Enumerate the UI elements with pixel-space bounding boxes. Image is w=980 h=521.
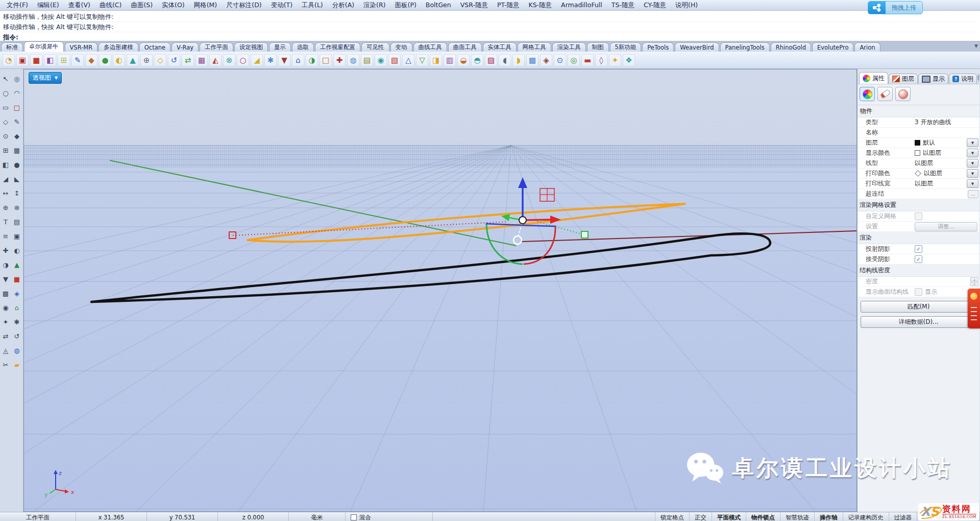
command-prompt[interactable]: 指令:: [3, 32, 977, 42]
tab-选取[interactable]: 选取: [292, 42, 314, 52]
property-value[interactable]: ...: [915, 189, 979, 199]
menu-item[interactable]: 网格(M): [189, 1, 222, 10]
sidebar-tool-icon[interactable]: ⊗: [11, 200, 22, 215]
tab-制图[interactable]: 制图: [587, 42, 609, 52]
toolbar-icon[interactable]: ●: [99, 54, 111, 66]
tab-显示[interactable]: 显示: [269, 42, 291, 52]
object-properties-button[interactable]: [860, 87, 875, 101]
menu-item[interactable]: 实体(O): [157, 1, 189, 10]
checkbox[interactable]: [915, 288, 922, 296]
sidebar-tool-icon[interactable]: ◎: [11, 72, 22, 86]
tab-VSR-MR[interactable]: VSR-MR: [65, 42, 98, 52]
spinner-up-icon[interactable]: ▲: [970, 277, 978, 281]
toolbar-icon[interactable]: ⊗: [223, 54, 235, 66]
toolbar-icon[interactable]: ✱: [264, 54, 277, 66]
menu-item[interactable]: 尺寸标注(D): [222, 1, 266, 10]
sidebar-tool-icon[interactable]: ▦: [11, 143, 22, 157]
browse-button[interactable]: ...: [968, 190, 978, 198]
toolbar-icon[interactable]: ▣: [16, 54, 29, 66]
details-button[interactable]: 详细数据(D)...: [861, 316, 976, 328]
toolbar-icon[interactable]: ▥: [444, 54, 456, 66]
sidebar-tool-icon[interactable]: ◆: [11, 129, 22, 143]
toolbar-icon[interactable]: ◨: [430, 54, 442, 66]
sidebar-tool-icon[interactable]: ◣: [11, 172, 22, 186]
viewport-title-button[interactable]: 透视图 ▼: [29, 72, 62, 84]
tab-Arion[interactable]: Arion: [854, 42, 880, 52]
tab-Octane[interactable]: Octane: [139, 42, 170, 52]
spinner-control[interactable]: ▲▼: [970, 277, 978, 286]
toolbar-icon[interactable]: ◉: [375, 54, 387, 66]
sidebar-tool-icon[interactable]: ⊞: [0, 143, 11, 157]
tab-设定视图[interactable]: 设定视图: [234, 42, 268, 52]
sidebar-tool-icon[interactable]: ↖: [0, 72, 11, 86]
property-value[interactable]: 以图层▼: [915, 148, 979, 158]
status-过滤器[interactable]: 过滤器: [889, 512, 918, 521]
menu-item[interactable]: 面板(P): [390, 1, 421, 10]
toolbar-icon[interactable]: ▧: [388, 54, 401, 66]
toolbar-icon[interactable]: ▦: [195, 54, 208, 66]
sidebar-tool-icon[interactable]: ◐: [11, 243, 22, 257]
perspective-viewport[interactable]: zyx 透视图 ▼: [23, 69, 857, 512]
tab-渲染工具[interactable]: 渲染工具: [552, 42, 586, 52]
property-value[interactable]: 默认▼: [915, 138, 979, 148]
status-智慧轨迹[interactable]: 智慧轨迹: [780, 512, 815, 521]
sidebar-tool-icon[interactable]: □: [11, 100, 22, 114]
match-button[interactable]: 匹配(M): [861, 301, 976, 313]
sidebar-tool-icon[interactable]: ◑: [0, 257, 11, 272]
checkbox[interactable]: [915, 212, 922, 220]
status-工作平面[interactable]: 工作平面: [0, 512, 76, 521]
sidebar-tool-icon[interactable]: ⇄: [0, 329, 11, 343]
menu-item[interactable]: VSR-随意: [456, 1, 493, 10]
toolbar-icon[interactable]: ◓: [471, 54, 483, 66]
tab-工作平面[interactable]: 工作平面: [200, 42, 233, 52]
tab-曲线工具[interactable]: 曲线工具: [413, 42, 447, 52]
toolbar-icon[interactable]: ◍: [347, 54, 359, 66]
menu-item[interactable]: 分析(A): [328, 1, 359, 10]
sidebar-tool-icon[interactable]: ◇: [0, 114, 11, 129]
toolbar-icon[interactable]: ✎: [71, 54, 84, 66]
sidebar-tool-icon[interactable]: ○: [0, 86, 11, 100]
tab-多边形建模[interactable]: 多边形建模: [99, 42, 138, 52]
menu-item[interactable]: 查看(V): [64, 1, 95, 10]
toolbar-icon[interactable]: △: [402, 54, 414, 66]
toolbar-icon[interactable]: ↺: [168, 54, 180, 66]
menu-item[interactable]: 说明(H): [671, 1, 702, 10]
sidebar-tool-icon[interactable]: ⊕: [0, 200, 11, 215]
menu-item[interactable]: 变动(T): [266, 1, 297, 10]
toolbar-icon[interactable]: ▬: [581, 54, 594, 66]
sidebar-tool-icon[interactable]: ◢: [0, 172, 11, 186]
sidebar-tool-icon[interactable]: ■: [11, 272, 22, 286]
toolbar-icon[interactable]: ◒: [457, 54, 470, 66]
sidebar-tool-icon[interactable]: ▲: [11, 257, 22, 272]
checkbox[interactable]: ✓: [915, 245, 922, 253]
toolbar-icon[interactable]: ◔: [3, 54, 15, 66]
sidebar-tool-icon[interactable]: ↔: [0, 186, 11, 200]
sidebar-tool-icon[interactable]: ▼: [0, 272, 11, 286]
gear-icon[interactable]: [977, 74, 979, 82]
tab-RhinoGold[interactable]: RhinoGold: [771, 42, 811, 52]
adjust-button[interactable]: 调整...: [915, 222, 977, 231]
tab-可见性[interactable]: 可见性: [361, 42, 389, 52]
property-value[interactable]: ✓: [915, 254, 979, 264]
panel-tab-layers[interactable]: 图层: [889, 74, 918, 84]
tab-PeTools[interactable]: PeTools: [642, 42, 674, 52]
toolbar-icon[interactable]: ◢: [251, 54, 263, 66]
toolbar-icon[interactable]: ◎: [568, 54, 580, 66]
menu-item[interactable]: PT-随意: [493, 1, 524, 10]
menu-item[interactable]: CY-随意: [639, 1, 671, 10]
menu-item[interactable]: 曲面(S): [126, 1, 157, 10]
upload-button[interactable]: 拖拽上传: [868, 1, 923, 14]
property-value[interactable]: ▲▼: [915, 277, 979, 287]
texture-button[interactable]: [895, 87, 911, 101]
toolbar-icon[interactable]: ⊕: [140, 54, 153, 66]
sidebar-tool-icon[interactable]: ⌂: [11, 300, 22, 315]
toolbar-icon[interactable]: ◈: [540, 54, 552, 66]
sidebar-tool-icon[interactable]: ●: [11, 157, 22, 172]
toolbar-icon[interactable]: ◖: [499, 54, 511, 66]
menu-item[interactable]: 渲染(R): [359, 1, 390, 10]
tab-标准[interactable]: 标准: [1, 42, 23, 52]
toolbar-icon[interactable]: ◧: [44, 54, 56, 66]
property-value[interactable]: 以图层▼: [915, 169, 979, 178]
menu-item[interactable]: ArmadilloFull: [556, 1, 607, 10]
tab-WeaverBird[interactable]: WeaverBird: [675, 42, 719, 52]
